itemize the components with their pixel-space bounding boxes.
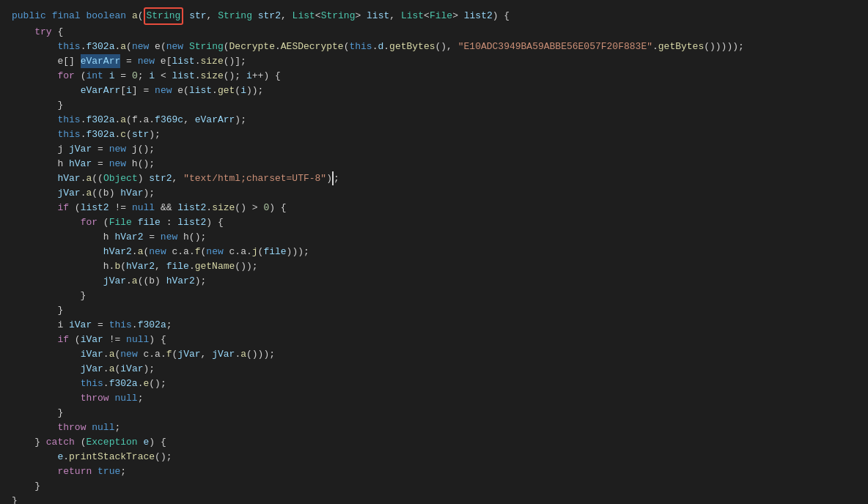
var-i3: i [246, 69, 252, 84]
method-a7: a [132, 274, 138, 289]
method-getname: getName [195, 259, 235, 274]
keyword-new8: new [149, 245, 166, 259]
var-i4: i [126, 84, 132, 98]
var-list: list [172, 54, 194, 69]
var-file2: file [263, 245, 286, 259]
cursor: ) [326, 171, 334, 186]
var-evarr-highlighted: eVarArr [81, 54, 121, 69]
keyword-this: this [57, 40, 80, 54]
keyword-new1: new [132, 40, 149, 54]
var-i5: i [240, 84, 246, 98]
code-line-21: } [0, 303, 868, 318]
keyword-throw2: throw [57, 420, 86, 435]
code-line-2: try { [0, 25, 868, 40]
code-line-14: if ( list2 != null && list2 . size () > … [0, 201, 868, 215]
var-f302a: f302a [86, 40, 114, 54]
method-decrypte: Decrypte [229, 40, 275, 54]
type-list2: List [401, 9, 424, 23]
number-0: 0 [132, 69, 138, 84]
keyword-final: final [52, 9, 81, 23]
code-line-16: h hVar2 = new h(); [0, 230, 868, 245]
var-ivar: iVar [69, 318, 92, 333]
var-hvar2-use2: hVar2 [126, 259, 155, 274]
keyword-int: int [86, 69, 103, 84]
var-hvar3: hVar [120, 186, 143, 201]
method-a6: a [138, 245, 144, 259]
keyword-new5: new [109, 142, 126, 157]
code-line-25: jVar . a ( iVar ); [0, 362, 868, 377]
var-d: d [378, 40, 383, 54]
method-getbytes: getBytes [389, 40, 435, 54]
keyword-this2: this [349, 40, 372, 54]
code-line-12: hVar . a (( Object ) str2 , "text/html;c… [0, 171, 868, 186]
param-list: list [367, 9, 389, 23]
keyword-return: return [57, 464, 92, 479]
var-hvar: hVar [69, 157, 92, 171]
keyword-boolean: boolean [86, 9, 126, 23]
var-str2: str2 [149, 171, 172, 186]
keyword-new6: new [109, 157, 126, 171]
var-list2-ref3: list2 [177, 215, 206, 230]
code-line-19: jVar . a ((b) hVar2 ); [0, 274, 868, 289]
var-f302a4: f302a [138, 318, 166, 333]
code-line-34: } [0, 494, 868, 505]
keyword-new9: new [206, 245, 223, 259]
var-i: i [109, 69, 115, 84]
method-aesdecrypte: AESDecrypte [281, 40, 344, 54]
var-evarr2: eVarArr [81, 84, 121, 98]
keyword-new7: new [161, 230, 177, 245]
method-a: a [132, 9, 138, 23]
var-ivar3: iVar [81, 347, 103, 362]
code-line-9: this . f302a . c ( str ); [0, 127, 868, 142]
var-hvar2-use3: hVar2 [166, 274, 195, 289]
var-ivar2: iVar [81, 333, 103, 347]
var-hvar2-use: hVar2 [103, 245, 132, 259]
method-a9: a [240, 347, 246, 362]
highlight-box: String [144, 7, 184, 25]
var-jvar4: jVar [177, 347, 200, 362]
keyword-new3: new [138, 54, 155, 69]
method-a2: a [120, 40, 126, 54]
method-size1: size [200, 54, 223, 69]
string-content-type: "text/html;charset=UTF-8" [183, 171, 326, 186]
method-printstacktrace: printStackTrace [69, 450, 155, 464]
method-a4: a [86, 171, 92, 186]
keyword-null1: null [132, 201, 155, 215]
keyword-new4: new [155, 84, 172, 98]
keyword-null3: null [114, 391, 137, 406]
keyword-true: true [98, 464, 120, 479]
code-line-3: this . f302a . a ( new e( new String ( D… [0, 40, 868, 54]
type-file2: File [109, 215, 132, 230]
code-line-1: public final boolean a ( String str , St… [0, 7, 868, 25]
code-line-33: } [0, 479, 868, 494]
method-f2: f [166, 347, 172, 362]
type-string4: String [189, 40, 224, 54]
var-ivar4: iVar [120, 362, 143, 377]
type-list: List [293, 9, 315, 23]
keyword-if1: if [57, 201, 69, 215]
code-line-5: for ( int i = 0 ; i < list . size (); i … [0, 69, 868, 84]
param-str: str [189, 9, 206, 23]
code-line-6: eVarArr [ i ] = new e( list . get ( i ))… [0, 84, 868, 98]
keyword-null4: null [92, 420, 114, 435]
keyword-for2: for [81, 215, 98, 230]
var-f302a3: f302a [86, 127, 114, 142]
method-a5: a [86, 186, 92, 201]
code-line-8: this . f302a . a (f.a. f369c , eVarArr )… [0, 113, 868, 127]
param-str2: str2 [258, 9, 281, 23]
type-exception: Exception [86, 435, 137, 450]
var-list2-ref: list2 [81, 201, 109, 215]
type-file: File [430, 9, 452, 23]
method-j: j [252, 245, 258, 259]
var-e: e [143, 435, 149, 450]
var-file: file [138, 215, 161, 230]
method-getbytes2: getBytes [658, 40, 704, 54]
var-jvar5: jVar [212, 347, 235, 362]
keyword-new2: new [166, 40, 183, 54]
code-line-4: e[] eVarArr = new e[ list . size ()]; [0, 54, 868, 69]
var-jvar3: jVar [103, 274, 126, 289]
var-file3: file [166, 259, 189, 274]
code-line-20: } [0, 289, 868, 303]
method-e: e [143, 377, 149, 391]
method-size3: size [212, 201, 235, 215]
